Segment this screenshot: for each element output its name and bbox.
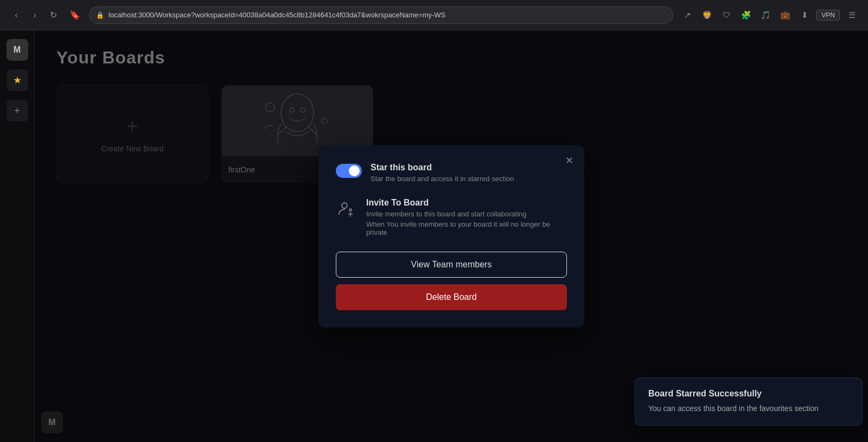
toggle-slider — [336, 164, 362, 178]
browser-action-buttons: ↗ 🦁 🛡 🧩 🎵 💼 ⬇ VPN ☰ — [680, 8, 859, 23]
board-options-modal: ✕ Star this board Star the board and acc… — [318, 145, 584, 328]
invite-row-text: Invite To Board Invite members to this b… — [366, 198, 567, 236]
share-button[interactable]: ↗ — [680, 8, 695, 23]
brave-icon-button[interactable]: 🦁 — [699, 8, 714, 23]
svg-point-7 — [342, 203, 347, 208]
invite-warning: When You invite members to your board it… — [366, 220, 567, 236]
invite-description: Invite members to this board and start c… — [366, 210, 567, 218]
music-button[interactable]: 🎵 — [758, 8, 773, 23]
sidebar-star-button[interactable]: ★ — [7, 69, 28, 91]
sidebar: M ★ + — [0, 30, 35, 442]
address-bar[interactable]: 🔒 localhost:3000/Workspace?workspaceId=4… — [89, 7, 673, 24]
back-button[interactable]: ‹ — [9, 8, 24, 23]
browser-chrome: ‹ › ↻ 🔖 🔒 localhost:3000/Workspace?works… — [0, 0, 868, 30]
browser-nav-buttons: ‹ › ↻ — [9, 8, 61, 23]
forward-button[interactable]: › — [27, 8, 42, 23]
invite-board-row: Invite To Board Invite members to this b… — [336, 198, 567, 236]
delete-board-button[interactable]: Delete Board — [336, 284, 567, 310]
svg-point-8 — [349, 209, 352, 211]
wallet-button[interactable]: 💼 — [777, 8, 793, 23]
sidebar-top-avatar[interactable]: M — [7, 39, 28, 61]
toast-body: You can access this board in the favouri… — [648, 403, 849, 414]
vpn-badge[interactable]: VPN — [816, 10, 840, 21]
toast-title: Board Starred Successfully — [648, 389, 849, 399]
invite-title: Invite To Board — [366, 198, 567, 208]
invite-icon — [336, 198, 358, 220]
main-content: Your Boards + Create New Board — [35, 30, 868, 442]
star-title: Star this board — [371, 163, 514, 172]
app-container: M ★ + Your Boards + Create New Board — [0, 30, 868, 442]
shield-icon-button[interactable]: 🛡 — [719, 8, 734, 23]
url-text: localhost:3000/Workspace?workspaceId=400… — [108, 11, 445, 19]
invite-people-icon — [338, 200, 355, 217]
extensions-button[interactable]: 🧩 — [738, 8, 754, 23]
reload-button[interactable]: ↻ — [46, 8, 61, 23]
star-toggle-switch[interactable] — [336, 164, 362, 178]
lock-icon: 🔒 — [96, 11, 104, 19]
download-button[interactable]: ⬇ — [797, 8, 812, 23]
modal-close-button[interactable]: ✕ — [561, 153, 577, 168]
menu-button[interactable]: ☰ — [844, 8, 859, 23]
star-description: Star the board and access it in starred … — [371, 175, 514, 183]
star-board-row: Star this board Star the board and acces… — [336, 163, 567, 183]
toast-notification: Board Starred Successfully You can acces… — [635, 377, 863, 426]
bookmark-button[interactable]: 🔖 — [67, 8, 82, 23]
star-row-text: Star this board Star the board and acces… — [371, 163, 514, 183]
view-team-button[interactable]: View Team members — [336, 252, 567, 278]
sidebar-add-button[interactable]: + — [7, 100, 28, 121]
